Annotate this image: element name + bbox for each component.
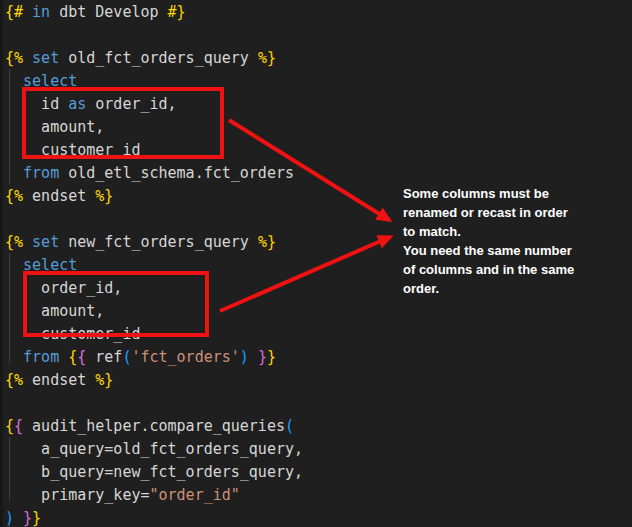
- code-line[interactable]: order_id,: [5, 277, 303, 300]
- code-token: 'fct_orders': [131, 348, 239, 366]
- code-token: [5, 348, 23, 366]
- code-token: {: [68, 348, 77, 366]
- code-line[interactable]: ) }}: [5, 507, 303, 527]
- code-token: set: [32, 233, 59, 251]
- code-token: from: [23, 348, 59, 366]
- code-token: "order_id": [150, 486, 240, 504]
- code-token: customer_id: [5, 141, 140, 159]
- code-line[interactable]: customer_id: [5, 323, 303, 346]
- code-token: }: [32, 509, 41, 527]
- code-token: [5, 72, 23, 90]
- note-line: order.: [403, 279, 574, 298]
- code-token: {%: [5, 371, 23, 389]
- code-token: old_fct_orders_query: [59, 49, 258, 67]
- code-line[interactable]: select: [5, 254, 303, 277]
- code-line[interactable]: [5, 392, 303, 415]
- note-line: to match.: [403, 222, 574, 241]
- code-line[interactable]: {{ audit_helper.compare_queries(: [5, 415, 303, 438]
- code-line[interactable]: [5, 208, 303, 231]
- code-line[interactable]: from {{ ref('fct_orders') }}: [5, 346, 303, 369]
- code-token: endset: [23, 187, 95, 205]
- code-token: {: [5, 417, 14, 435]
- code-line[interactable]: {# in dbt Develop #}: [5, 1, 303, 24]
- code-token: amount,: [5, 118, 104, 136]
- code-token: [249, 348, 258, 366]
- code-token: in: [32, 3, 50, 21]
- code-token: set: [32, 49, 59, 67]
- code-token: customer_id: [5, 325, 140, 343]
- code-token: endset: [23, 371, 95, 389]
- code-line[interactable]: {% set old_fct_orders_query %}: [5, 47, 303, 70]
- code-token: [5, 256, 23, 274]
- note-line: renamed or recast in order: [403, 203, 574, 222]
- code-token: #}: [168, 3, 186, 21]
- code-line[interactable]: from old_etl_schema.fct_orders: [5, 162, 303, 185]
- annotation-note: Some columns must berenamed or recast in…: [403, 184, 574, 298]
- code-token: select: [23, 72, 77, 90]
- code-line[interactable]: amount,: [5, 116, 303, 139]
- code-token: [23, 3, 32, 21]
- code-token: }: [23, 509, 32, 527]
- code-token: old_etl_schema.fct_orders: [59, 164, 294, 182]
- code-line[interactable]: amount,: [5, 300, 303, 323]
- code-token: [5, 164, 23, 182]
- code-token: amount,: [5, 302, 104, 320]
- code-line[interactable]: [5, 24, 303, 47]
- code-line[interactable]: {% endset %}: [5, 185, 303, 208]
- code-line[interactable]: a_query=old_fct_orders_query,: [5, 438, 303, 461]
- code-token: [14, 509, 23, 527]
- code-editor[interactable]: {# in dbt Develop #}{% set old_fct_order…: [5, 1, 303, 527]
- code-token: %}: [258, 49, 276, 67]
- code-token: %}: [95, 187, 113, 205]
- code-token: a_query=old_fct_orders_query,: [5, 440, 303, 458]
- code-line[interactable]: {% set new_fct_orders_query %}: [5, 231, 303, 254]
- code-token: [23, 49, 32, 67]
- code-token: %}: [95, 371, 113, 389]
- code-token: ): [240, 348, 249, 366]
- code-editor-screenshot: {# in dbt Develop #}{% set old_fct_order…: [0, 0, 632, 527]
- code-token: {: [14, 417, 23, 435]
- code-line[interactable]: {% endset %}: [5, 369, 303, 392]
- code-token: from: [23, 164, 59, 182]
- code-token: ): [5, 509, 14, 527]
- code-token: select: [23, 256, 77, 274]
- code-token: order_id,: [86, 95, 176, 113]
- code-line[interactable]: id as order_id,: [5, 93, 303, 116]
- code-token: id: [5, 95, 68, 113]
- code-line[interactable]: customer_id: [5, 139, 303, 162]
- code-token: {#: [5, 3, 23, 21]
- code-token: new_fct_orders_query: [59, 233, 258, 251]
- code-line[interactable]: primary_key="order_id": [5, 484, 303, 507]
- code-token: {%: [5, 233, 23, 251]
- note-line: You need the same number: [403, 241, 574, 260]
- code-line[interactable]: b_query=new_fct_orders_query,: [5, 461, 303, 484]
- code-token: }: [258, 348, 267, 366]
- note-line: Some columns must be: [403, 184, 574, 203]
- code-token: primary_key=: [5, 486, 150, 504]
- editor-left-edge: [0, 0, 3, 527]
- note-line: of columns and in the same: [403, 260, 574, 279]
- code-token: {%: [5, 187, 23, 205]
- code-token: b_query=new_fct_orders_query,: [5, 463, 303, 481]
- code-token: order_id,: [5, 279, 122, 297]
- code-token: [23, 233, 32, 251]
- code-token: {: [77, 348, 86, 366]
- code-line[interactable]: select: [5, 70, 303, 93]
- code-token: }: [267, 348, 276, 366]
- code-token: {%: [5, 49, 23, 67]
- code-token: audit_helper.compare_queries: [23, 417, 285, 435]
- code-token: [59, 348, 68, 366]
- code-token: dbt Develop: [50, 3, 167, 21]
- code-token: ref: [86, 348, 122, 366]
- code-token: as: [68, 95, 86, 113]
- code-token: %}: [258, 233, 276, 251]
- code-token: (: [285, 417, 294, 435]
